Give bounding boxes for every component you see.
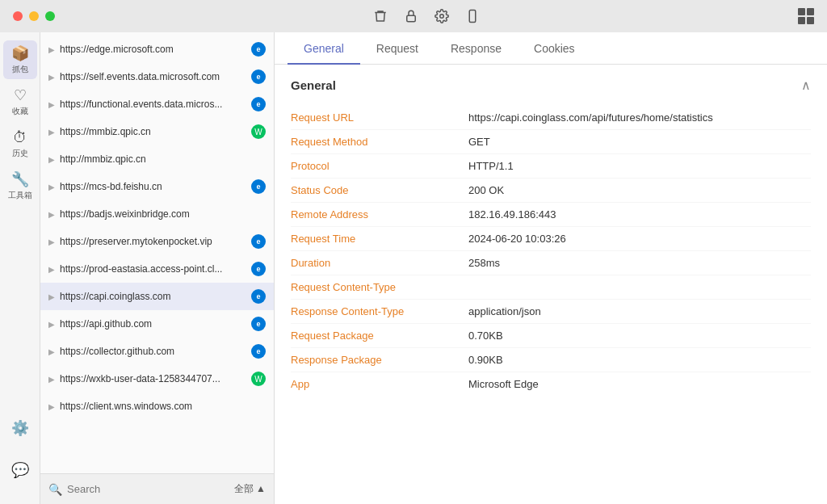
lock-icon[interactable] <box>404 9 418 23</box>
item-url: https://badjs.weixinbridge.com <box>60 208 266 220</box>
info-key: Response Package <box>291 354 468 366</box>
item-url: https://functional.events.data.micros... <box>60 99 246 110</box>
section-header: General ∧ <box>291 78 811 93</box>
collapse-button[interactable]: ∧ <box>801 78 811 93</box>
item-url: https://preserver.mytokenpocket.vip <box>60 236 246 247</box>
close-button[interactable] <box>13 11 23 21</box>
request-list-item[interactable]: ▶https://mmbiz.qpic.cnW <box>40 118 274 145</box>
item-favicon-icon: e <box>251 97 266 111</box>
request-list-item[interactable]: ▶https://prod-eastasia.access-point.cl..… <box>40 255 274 283</box>
info-key: Request URL <box>291 111 468 124</box>
item-url: https://client.wns.windows.com <box>60 401 266 412</box>
item-url: https://mmbiz.qpic.cn <box>60 126 246 137</box>
tab-request[interactable]: Request <box>360 32 434 65</box>
item-url: http://mmbiz.qpic.cn <box>60 153 266 165</box>
info-row: Request Package0.70KB <box>291 324 811 348</box>
search-filter[interactable]: 全部 ▲ <box>234 482 266 496</box>
sidebar-item-history[interactable]: ⏱ 历史 <box>3 124 37 163</box>
item-arrow-icon: ▶ <box>48 183 55 191</box>
capture-label: 抓包 <box>12 64 28 75</box>
request-list-item[interactable]: ▶https://functional.events.data.micros..… <box>40 90 274 118</box>
request-list-item[interactable]: ▶http://mmbiz.qpic.cn <box>40 145 274 173</box>
info-key: Status Code <box>291 184 468 196</box>
settings-bottom-icon: ⚙️ <box>11 419 29 437</box>
favorites-icon: ♡ <box>14 86 27 104</box>
item-arrow-icon: ▶ <box>48 237 55 246</box>
info-key: Remote Address <box>291 208 468 220</box>
request-list-item[interactable]: ▶https://capi.coinglass.come <box>40 283 274 310</box>
item-arrow-icon: ▶ <box>48 128 55 136</box>
svg-point-1 <box>440 15 444 19</box>
tab-cookies[interactable]: Cookies <box>518 32 591 65</box>
search-input[interactable] <box>67 483 229 495</box>
request-list-item[interactable]: ▶https://collector.github.come <box>40 338 274 365</box>
info-row: Request Content-Type <box>291 275 811 300</box>
mobile-icon[interactable] <box>465 9 480 23</box>
item-arrow-icon: ▶ <box>48 402 55 411</box>
item-url: https://prod-eastasia.access-point.cl... <box>60 263 246 275</box>
request-list-item[interactable]: ▶https://edge.microsoft.come <box>40 36 274 63</box>
main-layout: 📦 抓包 ♡ 收藏 ⏱ 历史 🔧 工具箱 ⚙️ 💬 ▶https://edge.… <box>0 32 827 504</box>
sidebar-nav: 📦 抓包 ♡ 收藏 ⏱ 历史 🔧 工具箱 ⚙️ 💬 <box>0 32 40 504</box>
grid-icon[interactable] <box>798 8 814 24</box>
item-favicon-icon: e <box>251 317 266 331</box>
sidebar-item-favorites[interactable]: ♡ 收藏 <box>3 82 37 121</box>
settings-icon[interactable] <box>434 9 449 23</box>
sidebar-item-messages[interactable]: 💬 <box>3 451 37 489</box>
item-url: https://self.events.data.microsoft.com <box>60 71 246 82</box>
item-url: https://api.github.com <box>60 318 246 330</box>
svg-rect-2 <box>469 10 476 23</box>
info-row: Request URLhttps://capi.coinglass.com/ap… <box>291 106 811 130</box>
tools-icon: 🔧 <box>11 170 29 188</box>
info-row: Request MethodGET <box>291 130 811 154</box>
info-value: 200 OK <box>468 184 811 196</box>
info-row: AppMicrosoft Edge <box>291 372 811 396</box>
request-list: ▶https://edge.microsoft.come▶https://sel… <box>40 32 275 504</box>
info-key: Protocol <box>291 160 468 172</box>
info-row: ProtocolHTTP/1.1 <box>291 154 811 178</box>
sidebar-item-settings[interactable]: ⚙️ <box>3 409 37 447</box>
messages-icon: 💬 <box>11 461 29 479</box>
info-value: 0.90KB <box>468 354 811 366</box>
info-key: Request Time <box>291 233 468 245</box>
minimize-button[interactable] <box>29 11 39 21</box>
info-key: Request Content-Type <box>291 281 468 293</box>
info-key: App <box>291 378 468 390</box>
info-value: application/json <box>468 305 811 317</box>
svg-rect-0 <box>407 15 416 22</box>
history-label: 历史 <box>12 148 28 159</box>
request-list-item[interactable]: ▶https://badjs.weixinbridge.com <box>40 200 274 228</box>
maximize-button[interactable] <box>45 11 55 21</box>
detail-panel: GeneralRequestResponseCookies General ∧ … <box>275 32 827 504</box>
request-list-item[interactable]: ▶https://api.github.come <box>40 310 274 338</box>
item-url: https://mcs-bd.feishu.cn <box>60 181 246 192</box>
info-row: Duration258ms <box>291 251 811 275</box>
search-bar: 🔍 全部 ▲ <box>40 473 274 504</box>
sidebar-item-capture[interactable]: 📦 抓包 <box>3 40 37 79</box>
search-icon: 🔍 <box>48 483 62 496</box>
request-list-item[interactable]: ▶https://wxkb-user-data-1258344707...W <box>40 365 274 393</box>
tools-label: 工具箱 <box>8 190 32 201</box>
clean-icon[interactable] <box>373 9 388 23</box>
request-list-item[interactable]: ▶https://preserver.mytokenpocket.vipe <box>40 228 274 255</box>
item-url: https://capi.coinglass.com <box>60 291 246 302</box>
tab-response[interactable]: Response <box>434 32 518 65</box>
item-arrow-icon: ▶ <box>48 292 55 301</box>
info-row: Request Time2024-06-20 10:03:26 <box>291 227 811 251</box>
info-value: GET <box>468 136 811 148</box>
item-url: https://edge.microsoft.com <box>60 44 246 55</box>
item-arrow-icon: ▶ <box>48 375 55 384</box>
info-row: Status Code200 OK <box>291 178 811 203</box>
request-list-item[interactable]: ▶https://client.wns.windows.com <box>40 393 274 420</box>
tab-general[interactable]: General <box>288 32 360 65</box>
sidebar-item-tools[interactable]: 🔧 工具箱 <box>3 166 37 205</box>
info-row: Remote Address182.16.49.186:443 <box>291 203 811 227</box>
request-list-item[interactable]: ▶https://self.events.data.microsoft.come <box>40 63 274 90</box>
item-arrow-icon: ▶ <box>48 155 55 164</box>
request-list-item[interactable]: ▶https://mcs-bd.feishu.cne <box>40 173 274 200</box>
capture-icon: 📦 <box>11 44 29 62</box>
item-arrow-icon: ▶ <box>48 347 55 356</box>
info-value: 2024-06-20 10:03:26 <box>468 233 811 245</box>
info-value: 258ms <box>468 257 811 269</box>
item-favicon-icon: e <box>251 289 266 304</box>
